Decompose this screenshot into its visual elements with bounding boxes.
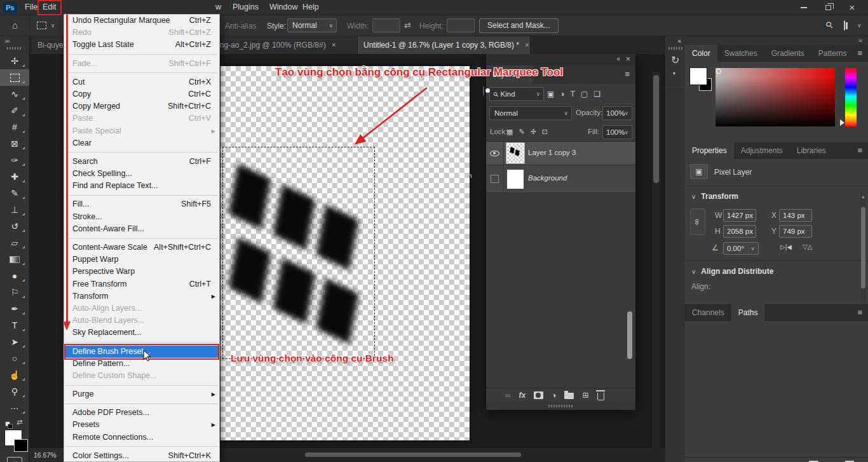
- brush-tool[interactable]: ✎: [0, 185, 29, 201]
- horizontal-scrollbar-thumb[interactable]: [305, 452, 521, 457]
- height-input[interactable]: 2058 px: [723, 225, 756, 238]
- tab-close-icon[interactable]: ×: [332, 41, 336, 50]
- vertical-scrollbar[interactable]: [652, 72, 660, 462]
- link-dimensions-icon[interactable]: ∞: [690, 208, 705, 235]
- vertical-scrollbar-thumb[interactable]: [653, 75, 659, 183]
- adjustment-layer-icon[interactable]: ◑: [552, 391, 556, 400]
- menu-item-cut[interactable]: CutCtrl+X: [64, 76, 219, 88]
- menu-item-copy[interactable]: CopyCtrl+C: [64, 88, 219, 100]
- tab-close-icon[interactable]: ×: [525, 41, 529, 50]
- delete-layer-icon[interactable]: [597, 393, 604, 400]
- menu-item-redo[interactable]: RedoShift+Ctrl+Z: [64, 27, 219, 39]
- restore-button[interactable]: [818, 0, 837, 15]
- select-and-mask-button[interactable]: Select and Mask...: [479, 18, 559, 33]
- tab-patterns[interactable]: Patterns: [811, 45, 854, 62]
- scroll-up-icon[interactable]: ▲: [860, 194, 866, 199]
- width-input[interactable]: 1427 px: [723, 209, 756, 222]
- layer-mask-icon[interactable]: [534, 391, 543, 399]
- menu-item-perspective-warp[interactable]: Perspective Warp: [64, 266, 219, 278]
- zoom-level-field[interactable]: 16.67%: [29, 448, 64, 462]
- document-canvas[interactable]: [220, 66, 470, 440]
- menu-item-define-custom-shape[interactable]: Define Custom Shape...: [64, 370, 219, 382]
- menu-item-content-aware-scale[interactable]: Content-Aware ScaleAlt+Shift+Ctrl+C: [64, 241, 219, 254]
- lock-pixels-icon[interactable]: ✎: [519, 128, 524, 136]
- menu-item-fill[interactable]: Fill...Shift+F5: [64, 198, 219, 210]
- swap-colors-icon[interactable]: ⇄: [17, 418, 22, 426]
- menu-item-color-settings[interactable]: Color Settings...Shift+Ctrl+K: [64, 450, 219, 462]
- lock-transparent-icon[interactable]: ▦: [506, 128, 513, 136]
- search-icon[interactable]: ⚲: [824, 19, 836, 31]
- menu-item-toggle-last-state[interactable]: Toggle Last StateAlt+Ctrl+Z: [64, 39, 219, 51]
- menu-item-adobe-pdf-presets[interactable]: Adobe PDF Presets...: [64, 407, 219, 419]
- path-selection-tool[interactable]: ➤: [0, 334, 29, 350]
- document-tab[interactable]: Bi-quye: [32, 36, 64, 54]
- tab-properties[interactable]: Properties: [685, 142, 734, 159]
- filter-type-icon[interactable]: T: [571, 90, 575, 99]
- collapse-dock-icon[interactable]: «: [677, 37, 681, 44]
- quick-selection-tool[interactable]: ✐: [0, 102, 29, 119]
- swap-dimensions-icon[interactable]: ⇄: [404, 20, 411, 30]
- align-section-header[interactable]: ∨Align and Distribute: [691, 267, 773, 276]
- lock-position-icon[interactable]: ✢: [531, 128, 536, 136]
- menu-item-remote-connections[interactable]: Remote Connections...: [64, 431, 219, 444]
- menu-item-content-aware-fill[interactable]: Content-Aware Fill...: [64, 223, 219, 235]
- filter-toggle-icon[interactable]: [483, 86, 484, 95]
- dodge-tool[interactable]: ⚐: [0, 284, 29, 301]
- eraser-tool[interactable]: ▱: [0, 234, 29, 251]
- layer-effects-icon[interactable]: fx: [519, 391, 526, 400]
- flip-horizontal-icon[interactable]: ▷|◀: [780, 243, 792, 250]
- hand-tool[interactable]: ☝: [0, 367, 29, 383]
- dock-grip[interactable]: [668, 47, 682, 50]
- filter-adjustment-icon[interactable]: ◑: [560, 90, 564, 99]
- crop-tool[interactable]: #: [0, 119, 29, 135]
- filter-smart-object-icon[interactable]: ❏: [593, 90, 600, 99]
- width-input[interactable]: [372, 18, 400, 32]
- flip-vertical-icon[interactable]: ▽△: [803, 243, 812, 250]
- menu-item-search[interactable]: SearchCtrl+F: [64, 156, 219, 168]
- properties-scrollbar[interactable]: ▲ ▼: [860, 193, 866, 315]
- menubar-item-help[interactable]: Help: [299, 0, 323, 15]
- workspace-icon[interactable]: [844, 20, 845, 31]
- visibility-cell[interactable]: [486, 165, 504, 193]
- new-layer-icon[interactable]: ⊞: [582, 391, 588, 400]
- properties-scrollbar-thumb[interactable]: [861, 207, 865, 289]
- menu-item-auto-blend-layers[interactable]: Auto-Blend Layers...: [64, 315, 219, 327]
- menu-item-sky-replacement[interactable]: Sky Replacement...: [64, 327, 219, 339]
- paths-menu-icon[interactable]: ≡: [857, 308, 862, 317]
- menu-item-fade[interactable]: Fade...Shift+Ctrl+F: [64, 58, 219, 70]
- layer-name[interactable]: Layer 1 copy 3: [528, 149, 576, 156]
- clone-stamp-tool[interactable]: ⊥: [0, 201, 29, 218]
- layer-name[interactable]: Background: [528, 174, 567, 182]
- healing-brush-tool[interactable]: ✚: [0, 168, 29, 185]
- blur-tool[interactable]: ●: [0, 268, 29, 284]
- tab-paths[interactable]: Paths: [731, 304, 765, 321]
- color-menu-icon[interactable]: ≡: [857, 48, 862, 58]
- transform-section-header[interactable]: ∨Transform: [691, 192, 738, 201]
- layer-row[interactable]: Layer 1 copy 3: [486, 142, 635, 165]
- menu-item-auto-align-layers[interactable]: Auto-Align Layers...: [64, 302, 219, 315]
- quick-mask-button[interactable]: ◌: [7, 457, 22, 462]
- opacity-select[interactable]: 100%∨: [602, 106, 632, 120]
- anti-alias-label[interactable]: Anti-alias: [225, 22, 256, 31]
- x-input[interactable]: 143 px: [779, 209, 812, 222]
- tab-swatches[interactable]: Swatches: [717, 45, 764, 62]
- menu-item-stroke[interactable]: Stroke...: [64, 211, 219, 223]
- menu-item-puppet-warp[interactable]: Puppet Warp: [64, 254, 219, 266]
- y-input[interactable]: 749 px: [779, 225, 812, 238]
- hue-slider-arrow-icon[interactable]: [840, 119, 848, 126]
- angle-input[interactable]: 0.00°∨: [723, 242, 759, 255]
- layers-scrollbar-thumb[interactable]: [627, 311, 632, 359]
- menu-item-paste[interactable]: PasteCtrl+V: [64, 112, 219, 125]
- lasso-tool[interactable]: ∿: [0, 86, 29, 102]
- tab-libraries[interactable]: Libraries: [790, 142, 833, 159]
- layers-resize-grip[interactable]: [486, 402, 635, 410]
- foreground-color-swatch[interactable]: [690, 68, 707, 85]
- lock-artboard-icon[interactable]: ⊡: [542, 128, 548, 136]
- ellipse-tool[interactable]: ○: [0, 350, 29, 367]
- minimize-button[interactable]: [794, 0, 813, 15]
- collapse-panels-icon[interactable]: »: [858, 36, 862, 44]
- hue-slider[interactable]: [845, 68, 857, 126]
- gradient-tool[interactable]: [0, 251, 29, 268]
- close-panel-icon[interactable]: ×: [626, 55, 630, 64]
- blend-mode-select[interactable]: Normal∨: [489, 106, 572, 120]
